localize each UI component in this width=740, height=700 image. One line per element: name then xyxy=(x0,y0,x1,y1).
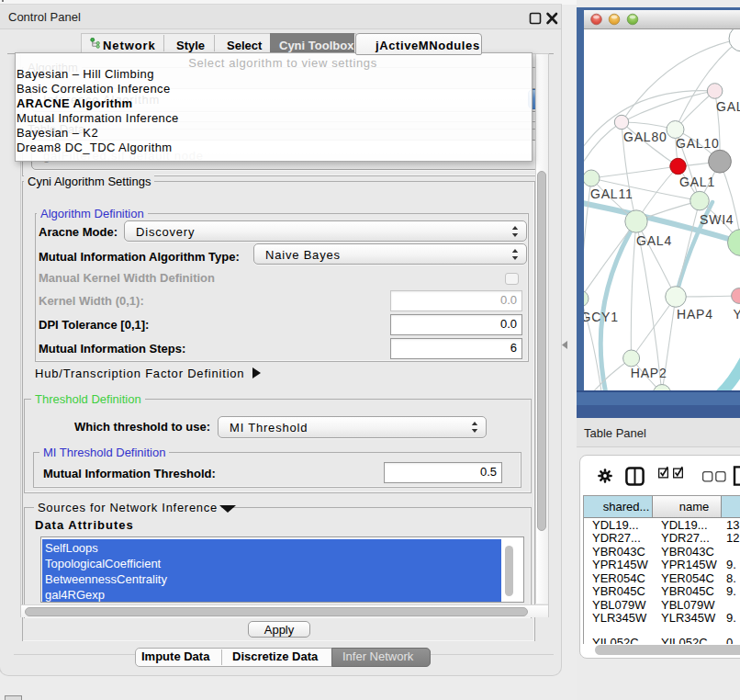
svg-text:GAL11: GAL11 xyxy=(590,186,633,201)
svg-text:Y: Y xyxy=(734,307,740,322)
svg-text:GAL1: GAL1 xyxy=(679,175,715,189)
svg-text:HAP2: HAP2 xyxy=(631,366,667,380)
svg-text:GAL80: GAL80 xyxy=(623,130,667,144)
svg-text:GAL7: GAL7 xyxy=(716,99,740,114)
svg-text:HAP4: HAP4 xyxy=(677,307,713,322)
svg-text:SWI4: SWI4 xyxy=(700,212,734,227)
svg-text:GAL4: GAL4 xyxy=(636,233,672,248)
svg-text:GCY1: GCY1 xyxy=(584,310,619,324)
svg-text:GAL10: GAL10 xyxy=(676,136,720,151)
